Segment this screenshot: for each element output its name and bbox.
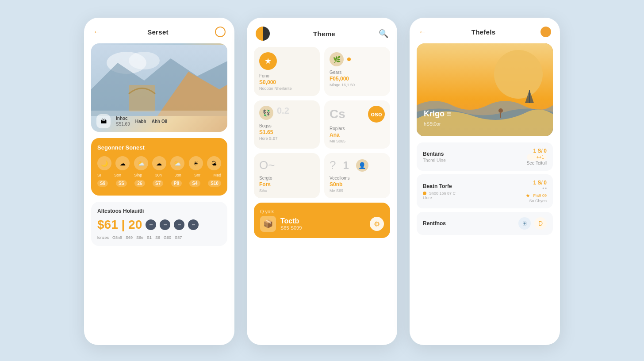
minus-btn-3[interactable]: − bbox=[174, 219, 184, 230]
num-1: 1 bbox=[343, 159, 349, 172]
grid-card-fono[interactable]: ★ Fono S0,000 Noobter Nherlante bbox=[254, 47, 320, 96]
detail-row-1-right: 1 S/ 0 ++1 See Tcitull bbox=[527, 148, 547, 165]
detail-hero-subtitle: Krlgo ≡ bbox=[424, 109, 452, 119]
day-7: 🌤 bbox=[207, 156, 221, 170]
dot-indicator bbox=[347, 58, 351, 61]
phone3-title: Thefels bbox=[472, 28, 496, 36]
svg-point-6 bbox=[498, 108, 503, 113]
grid-sub-me: Me S065 bbox=[330, 139, 385, 143]
orange-action-btn[interactable]: ⚙ bbox=[370, 217, 384, 231]
week-nums-row: S9 SS 26 S7 P8 S4 S10 bbox=[97, 180, 221, 187]
hero-icon-1[interactable]: 🏔 bbox=[96, 114, 111, 128]
bottom-card-title: Altcstoos Holauitli bbox=[97, 208, 221, 214]
hero-stat-2: Habh bbox=[135, 119, 146, 124]
minus-btn-4[interactable]: − bbox=[188, 219, 199, 230]
phone-3: ← Thefels Uhrctorn Bormal bbox=[410, 18, 560, 345]
grid-card-bogss[interactable]: 💱 0.2 Bogss S1.65 Hore S.E7 bbox=[254, 100, 320, 149]
orange-bottom-card: Q yolk 📦 Toctb S65 S099 ⚙ bbox=[254, 203, 390, 238]
grid-row-1: ★ Fono S0,000 Noobter Nherlante 🌿 Gears … bbox=[254, 47, 390, 96]
exchange-icon: 💱 bbox=[259, 106, 273, 120]
bogss-icons: 💱 0.2 bbox=[259, 106, 314, 120]
mountain-svg bbox=[91, 45, 227, 116]
grid-card-sub2: Mloge 16,1.50 bbox=[330, 83, 385, 87]
rentfnos-label: Rentfnos bbox=[423, 220, 446, 227]
day-jon-label: Jon bbox=[175, 173, 181, 177]
minus-btn-2[interactable]: − bbox=[160, 219, 170, 230]
detail-row-2-right: 1 S/ 0 • • ★ Frs9 09 So Chyen bbox=[525, 180, 547, 203]
big-price: $61 | 20 bbox=[97, 218, 142, 232]
day-4: ☁ bbox=[152, 156, 166, 170]
day-5: ⛅ bbox=[170, 156, 184, 170]
phone-2: Theme 🔍 ★ Fono S0,000 Noobter Nherlante … bbox=[247, 18, 397, 345]
phone3-profile-icon[interactable] bbox=[540, 27, 551, 37]
detail-row-2[interactable]: Beatn Torfe Sn00 1on 87 C Lfore 1 S/ 0 •… bbox=[417, 174, 553, 208]
grid-card-vocolloms[interactable]: ? 1 👤 Vocolloms S0nb Me S69 bbox=[324, 153, 390, 198]
day-3: ⛅ bbox=[134, 156, 148, 170]
day-1: 🌙 bbox=[97, 156, 111, 170]
app-logo bbox=[256, 27, 270, 41]
num-02: 0.2 bbox=[277, 106, 289, 120]
detail-row-2-left: Beatn Torfe Sn00 1on 87 C Lfore bbox=[423, 183, 456, 200]
phone2-title: Theme bbox=[313, 30, 335, 38]
grid-card-sergto[interactable]: O~ Sergto Fors Siho bbox=[254, 153, 320, 198]
profile-icon[interactable] bbox=[215, 27, 226, 37]
small-tags: lorizes G8n9 S69 S6e S1 S6 G60 S87 bbox=[97, 235, 221, 240]
grid-icon-btn[interactable]: ⊞ bbox=[518, 217, 531, 230]
star-icon: ★ bbox=[259, 52, 277, 70]
cs-letter: Cs bbox=[330, 107, 345, 121]
detail-row-3[interactable]: Rentfnos ⊞ D bbox=[417, 212, 553, 235]
search-icon[interactable]: 🔍 bbox=[379, 29, 388, 38]
hero-stat-1: Inhoc S51.69 bbox=[116, 115, 130, 127]
phone1-title: Serset bbox=[147, 28, 169, 36]
question-icon: ? bbox=[330, 158, 336, 172]
week-icons-row: 🌙 ☁ ⛅ ☁ ⛅ ☀ 🌤 bbox=[97, 156, 221, 170]
minus-btn-1[interactable]: − bbox=[146, 219, 156, 230]
svg-point-2 bbox=[129, 52, 160, 69]
price-row: $61 | 20 − − − − bbox=[97, 218, 221, 232]
phone2-header: Theme 🔍 bbox=[254, 27, 390, 41]
person-icon: 👤 bbox=[356, 159, 368, 172]
grid-row-3: O~ Sergto Fors Siho ? 1 👤 Vocolloms S0nb… bbox=[254, 153, 390, 198]
orange-bottom-label: Q yolk bbox=[260, 209, 384, 214]
d-icon-btn[interactable]: D bbox=[534, 217, 547, 230]
oso-badge: oso bbox=[368, 106, 385, 123]
hero-card: Terring Garnes bbox=[91, 43, 227, 132]
grid-card-gears[interactable]: 🌿 Gears F05,000 Mloge 16,1.50 bbox=[324, 47, 390, 96]
detail-hero: Uhrctorn Bormal bbox=[417, 43, 553, 136]
toctb-icon: 📦 bbox=[260, 216, 276, 232]
grid-card-sub: Noobter Nherlante bbox=[259, 86, 314, 91]
phones-container: ← Serset Terring Garnes bbox=[66, 0, 578, 361]
detail-row-1-left: Bentans Thorel Ulne bbox=[423, 151, 446, 163]
rentfnos-icons: ⊞ D bbox=[518, 217, 547, 230]
phone-1: ← Serset Terring Garnes bbox=[84, 18, 234, 345]
vocolloms-icons: ? 1 👤 bbox=[330, 158, 385, 172]
orange-section: Segonner Sonest 🌙 ☁ ⛅ ☁ ⛅ ☀ 🌤 SI Son Sln… bbox=[91, 138, 227, 196]
hero-stat-3: Ahh Oil bbox=[152, 119, 168, 124]
grid-sub-me2: Me S69 bbox=[330, 188, 385, 193]
grid-row-2: 💱 0.2 Bogss S1.65 Hore S.E7 Cs oso Ropla… bbox=[254, 100, 390, 149]
orange-section-title: Segonner Sonest bbox=[97, 144, 221, 151]
detail-row-1[interactable]: Bentans Thorel Ulne 1 S/ 0 ++1 See Tcitu… bbox=[417, 142, 553, 171]
hero-bottom-bar: 🏔 Inhoc S51.69 Habh Ahh Oil bbox=[91, 111, 227, 132]
grid-card-roplars[interactable]: Cs oso Roplars Ana Me S065 bbox=[324, 100, 390, 149]
detail-rows: Bentans Thorel Ulne 1 S/ 0 ++1 See Tcitu… bbox=[417, 142, 553, 235]
grid-sub-hore: Hore S.E7 bbox=[259, 136, 314, 141]
svg-point-5 bbox=[494, 50, 543, 99]
o-symbol: O~ bbox=[259, 158, 314, 172]
grid-sub-siho: Siho bbox=[259, 188, 314, 193]
phone3-header: ← Thefels bbox=[417, 27, 553, 37]
toctb-info: Toctb S65 S099 bbox=[280, 217, 302, 230]
detail-hero-sub2: hS5t0or bbox=[424, 121, 441, 127]
orange-bottom-row: 📦 Toctb S65 S099 ⚙ bbox=[260, 216, 384, 232]
day-2: ☁ bbox=[115, 156, 130, 170]
week-labels-row: SI Son Slnp 30n Jon Snr Med bbox=[97, 173, 221, 177]
phone1-header: ← Serset bbox=[91, 27, 227, 37]
status-dot bbox=[423, 192, 426, 195]
back-icon[interactable]: ← bbox=[93, 27, 101, 37]
gear-icons-row: 🌿 bbox=[330, 52, 385, 66]
star-rating-icon: ★ bbox=[525, 192, 530, 199]
phone3-back-icon[interactable]: ← bbox=[418, 27, 426, 37]
bottom-card: Altcstoos Holauitli $61 | 20 − − − − lor… bbox=[91, 202, 227, 246]
roplars-header: Cs oso bbox=[330, 106, 385, 123]
leaf-icon: 🌿 bbox=[330, 52, 344, 66]
